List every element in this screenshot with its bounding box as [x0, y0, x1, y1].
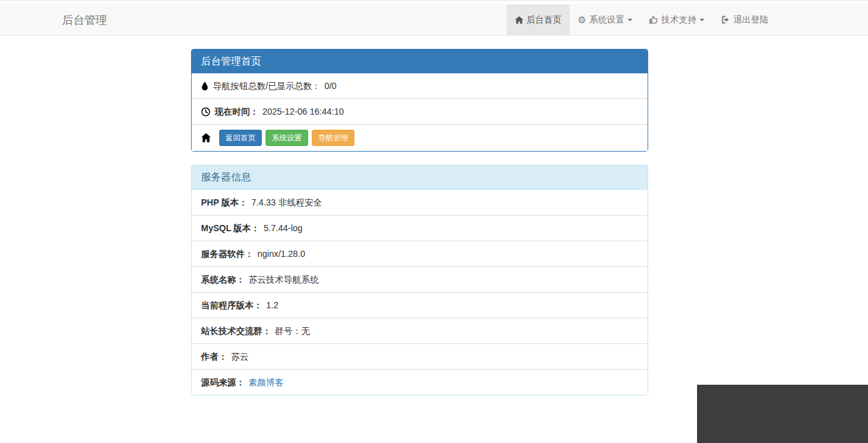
row-label: MySQL 版本： — [201, 222, 260, 234]
row-label: 系统名称： — [201, 273, 245, 286]
chevron-down-icon — [628, 19, 633, 21]
admin-home-panel: 后台管理首页 导航按钮总数/已显示总数： 0/0 现在时间： 2025-12-0… — [191, 49, 648, 152]
page-top-border — [0, 0, 868, 1]
nav-item-admin-home[interactable]: 后台首页 — [507, 4, 570, 35]
navbar: 后台管理 后台首页 ⚙ 系统设置 技术支持 — [0, 4, 868, 36]
row-label: 站长技术交流群： — [201, 325, 271, 337]
source-row: 源码来源： 素颜博客 — [192, 369, 648, 395]
current-time-value: 2025-12-06 16:44:10 — [262, 105, 344, 118]
nav-button-count-value: 0/0 — [324, 80, 336, 92]
nav-item-label: 技术支持 — [661, 14, 696, 26]
source-link[interactable]: 素颜博客 — [249, 376, 284, 388]
row-label: 服务器软件： — [201, 248, 254, 260]
row-value: 苏云 — [231, 350, 249, 363]
row-value: 7.4.33 非线程安全 — [251, 196, 322, 209]
row-label: 作者： — [201, 350, 227, 363]
thumbs-up-icon — [649, 15, 658, 24]
panel-title: 后台管理首页 — [192, 50, 648, 73]
system-settings-button[interactable]: 系统设置 — [266, 130, 308, 146]
row-label: PHP 版本： — [201, 196, 247, 209]
nav-button-count-row: 导航按钮总数/已显示总数： 0/0 — [192, 73, 648, 98]
php-version-row: PHP 版本： 7.4.33 非线程安全 — [192, 190, 648, 215]
nav-item-system-settings[interactable]: ⚙ 系统设置 — [570, 4, 641, 35]
quick-actions-row: 返回首页 系统设置 导航管理 — [192, 124, 648, 151]
chevron-down-icon — [700, 19, 705, 21]
back-home-button[interactable]: 返回首页 — [219, 130, 262, 146]
row-label: 当前程序版本： — [201, 299, 262, 311]
nav-manage-button[interactable]: 导航管理 — [312, 130, 354, 146]
nav-item-label: 系统设置 — [589, 14, 624, 26]
row-value: 群号：无 — [275, 325, 310, 337]
server-info-panel: 服务器信息 PHP 版本： 7.4.33 非线程安全 MySQL 版本： 5.7… — [191, 165, 648, 395]
mysql-version-row: MySQL 版本： 5.7.44-log — [192, 215, 648, 241]
panel-title: 服务器信息 — [192, 165, 648, 190]
server-software-row: 服务器软件： nginx/1.28.0 — [192, 241, 648, 266]
home-icon — [515, 16, 524, 24]
gear-icon: ⚙ — [578, 15, 586, 24]
row-value: 1.2 — [266, 299, 278, 311]
home-icon — [201, 133, 211, 143]
row-label: 导航按钮总数/已显示总数： — [213, 80, 321, 92]
nav-item-logout[interactable]: 退出登陆 — [713, 4, 777, 35]
sign-out-icon — [721, 15, 730, 24]
row-value: 5.7.44-log — [264, 222, 302, 234]
qq-group-row: 站长技术交流群： 群号：无 — [192, 318, 648, 343]
system-name-row: 系统名称： 苏云技术导航系统 — [192, 266, 648, 292]
tint-icon — [201, 81, 209, 91]
navbar-menu: 后台首页 ⚙ 系统设置 技术支持 退出登陆 — [507, 4, 777, 35]
program-version-row: 当前程序版本： 1.2 — [192, 292, 648, 318]
author-row: 作者： 苏云 — [192, 343, 648, 369]
nav-item-label: 后台首页 — [527, 14, 562, 26]
row-value: nginx/1.28.0 — [257, 248, 305, 260]
navbar-brand: 后台管理 — [62, 4, 107, 36]
row-label: 现在时间： — [215, 105, 259, 118]
current-time-row: 现在时间： 2025-12-06 16:44:10 — [192, 98, 648, 124]
nav-item-tech-support[interactable]: 技术支持 — [641, 4, 713, 35]
nav-item-label: 退出登陆 — [733, 14, 768, 26]
row-value: 苏云技术导航系统 — [249, 273, 319, 286]
clock-icon — [201, 107, 210, 117]
desktop-background-region — [697, 385, 868, 443]
row-label: 源码来源： — [201, 376, 245, 388]
